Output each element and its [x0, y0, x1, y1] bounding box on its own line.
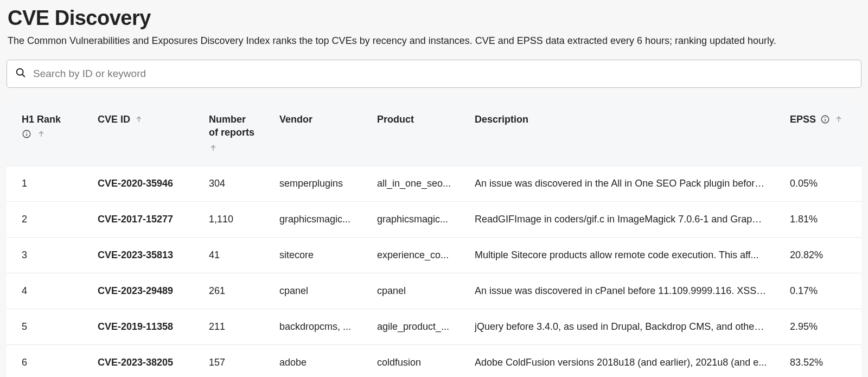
sort-arrow-up-icon[interactable] — [834, 115, 843, 124]
rank-cell: 4 — [7, 273, 82, 309]
vendor-cell: sitecore — [264, 237, 362, 273]
sort-arrow-up-icon[interactable] — [135, 115, 143, 124]
description-cell: Adobe ColdFusion versions 2018u18 (and e… — [459, 344, 775, 377]
column-header-product[interactable]: Product — [362, 100, 459, 165]
product-cell: graphicsmagic... — [362, 201, 459, 237]
product-cell: all_in_one_seo... — [362, 165, 459, 201]
vendor-cell: semperplugins — [264, 165, 362, 201]
epss-cell: 1.81% — [775, 201, 861, 237]
column-header-reports[interactable]: Number of reports — [194, 100, 264, 165]
product-cell: cpanel — [362, 273, 459, 309]
reports-cell: 1,110 — [194, 201, 264, 237]
search-bar[interactable] — [7, 60, 861, 88]
rank-cell: 1 — [7, 165, 82, 201]
table-row[interactable]: 4CVE-2023-29489261cpanelcpanelAn issue w… — [7, 273, 861, 309]
column-header-epss[interactable]: EPSS — [775, 100, 861, 165]
table-row[interactable]: 1CVE-2020-35946304semperpluginsall_in_on… — [7, 165, 861, 201]
cve-id-cell: CVE-2017-15277 — [82, 201, 194, 237]
column-header-vendor[interactable]: Vendor — [264, 100, 362, 165]
column-label: H1 Rank — [22, 113, 61, 126]
product-cell: agile_product_... — [362, 309, 459, 344]
svg-point-0 — [17, 69, 23, 75]
column-label: Description — [475, 113, 528, 126]
epss-cell: 0.17% — [775, 273, 861, 309]
column-label: EPSS — [790, 113, 816, 126]
vendor-cell: graphicsmagic... — [264, 201, 362, 237]
reports-cell: 211 — [194, 309, 264, 344]
cve-id-cell: CVE-2023-29489 — [82, 273, 194, 309]
column-label: CVE ID — [98, 113, 130, 126]
vendor-cell: backdropcms, ... — [264, 309, 362, 344]
rank-cell: 6 — [7, 344, 82, 377]
page-subtitle: The Common Vulnerabilities and Exposures… — [7, 35, 861, 47]
cve-id-cell: CVE-2020-35946 — [82, 165, 194, 201]
description-cell: ReadGIFImage in coders/gif.c in ImageMag… — [459, 201, 775, 237]
rank-cell: 3 — [7, 237, 82, 273]
rank-cell: 5 — [7, 309, 82, 344]
vendor-cell: adobe — [264, 344, 362, 377]
vendor-cell: cpanel — [264, 273, 362, 309]
description-cell: An issue was discovered in the All in On… — [459, 165, 775, 201]
rank-cell: 2 — [7, 201, 82, 237]
sort-arrow-up-icon[interactable] — [37, 130, 46, 138]
search-icon — [15, 67, 33, 81]
cve-id-cell: CVE-2023-35813 — [82, 237, 194, 273]
epss-cell: 20.82% — [775, 237, 861, 273]
page-title: CVE Discovery — [7, 7, 861, 30]
column-label: Product — [377, 113, 414, 126]
reports-cell: 157 — [194, 344, 264, 377]
sort-arrow-up-icon[interactable] — [209, 144, 218, 152]
column-header-rank[interactable]: H1 Rank — [7, 100, 82, 165]
description-cell: An issue was discovered in cPanel before… — [459, 273, 775, 309]
info-icon[interactable] — [820, 114, 830, 124]
cve-id-cell: CVE-2019-11358 — [82, 309, 194, 344]
epss-cell: 0.05% — [775, 165, 861, 201]
column-label: Number of reports — [209, 113, 257, 139]
column-label: Vendor — [279, 113, 312, 126]
cve-table: H1 Rank — [7, 100, 861, 377]
table-row[interactable]: 2CVE-2017-152771,110graphicsmagic...grap… — [7, 201, 861, 237]
column-header-description[interactable]: Description — [459, 100, 775, 165]
description-cell: Multiple Sitecore products allow remote … — [459, 237, 775, 273]
info-icon[interactable] — [22, 129, 31, 139]
cve-id-cell: CVE-2023-38205 — [82, 344, 194, 377]
table-row[interactable]: 3CVE-2023-3581341sitecoreexperience_co..… — [7, 237, 861, 273]
epss-cell: 2.95% — [775, 309, 861, 344]
table-header-row: H1 Rank — [7, 100, 861, 165]
product-cell: experience_co... — [362, 237, 459, 273]
description-cell: jQuery before 3.4.0, as used in Drupal, … — [459, 309, 775, 344]
search-input[interactable] — [33, 68, 853, 80]
table-row[interactable]: 5CVE-2019-11358211backdropcms, ...agile_… — [7, 309, 861, 344]
table-row[interactable]: 6CVE-2023-38205157adobecoldfusionAdobe C… — [7, 344, 861, 377]
svg-line-1 — [22, 74, 25, 77]
product-cell: coldfusion — [362, 344, 459, 377]
epss-cell: 83.52% — [775, 344, 861, 377]
reports-cell: 261 — [194, 273, 264, 309]
svg-point-4 — [26, 132, 27, 133]
column-header-cve[interactable]: CVE ID — [82, 100, 194, 165]
reports-cell: 41 — [194, 237, 264, 273]
svg-point-10 — [825, 117, 826, 118]
reports-cell: 304 — [194, 165, 264, 201]
